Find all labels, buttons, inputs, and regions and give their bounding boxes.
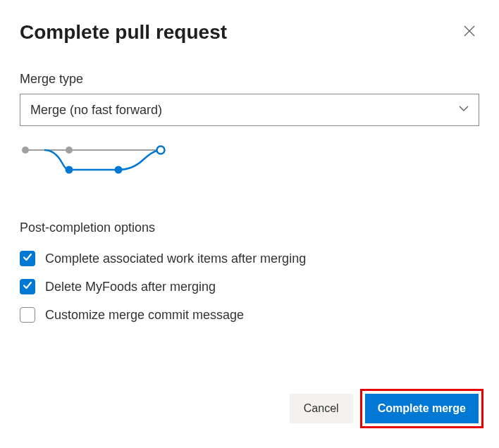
option-delete-branch: Delete MyFoods after merging: [20, 279, 479, 294]
checkbox-customize-message[interactable]: [20, 307, 35, 323]
merge-strategy-diagram: [20, 142, 479, 187]
cancel-button[interactable]: Cancel: [290, 394, 353, 423]
svg-point-8: [157, 147, 165, 154]
option-label[interactable]: Customize merge commit message: [45, 308, 244, 323]
checkmark-icon: [23, 280, 32, 293]
checkbox-delete-branch[interactable]: [20, 279, 35, 294]
svg-point-6: [66, 166, 73, 174]
highlight-box: Complete merge: [360, 389, 483, 428]
svg-point-3: [22, 147, 29, 154]
option-complete-work-items: Complete associated work items after mer…: [20, 251, 479, 266]
checkmark-icon: [23, 252, 32, 265]
close-icon: [464, 25, 475, 39]
option-label[interactable]: Delete MyFoods after merging: [45, 280, 216, 294]
complete-merge-button[interactable]: Complete merge: [365, 394, 479, 423]
option-label[interactable]: Complete associated work items after mer…: [45, 251, 306, 266]
option-customize-message: Customize merge commit message: [20, 307, 479, 323]
svg-point-4: [66, 147, 73, 154]
dialog-title: Complete pull request: [20, 21, 227, 44]
checkbox-complete-work-items[interactable]: [20, 251, 35, 266]
merge-type-value: Merge (no fast forward): [30, 103, 162, 118]
merge-type-label: Merge type: [20, 72, 479, 87]
merge-type-select[interactable]: Merge (no fast forward): [20, 94, 479, 126]
svg-point-7: [115, 166, 123, 174]
close-button[interactable]: [460, 21, 479, 43]
post-completion-label: Post-completion options: [20, 220, 479, 235]
